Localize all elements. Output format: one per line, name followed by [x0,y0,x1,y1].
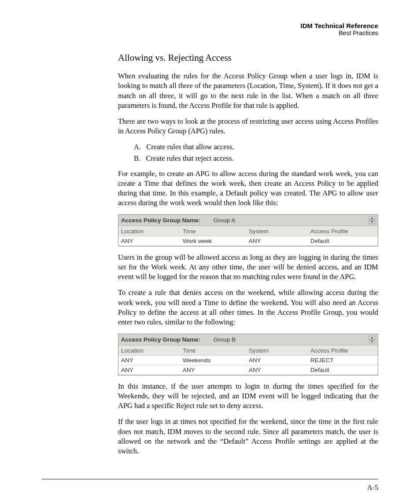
apg-title-row: Access Policy Group Name: Group A [118,215,378,226]
table-header-row: Location Time System Access Profile [118,226,378,236]
header-title: IDM Technical Reference [118,22,378,29]
col-header-time: Time [183,228,249,235]
col-header-profile: Access Profile [310,228,375,235]
cell-system: ANY [249,367,310,373]
table-row: ANY ANY ANY Default [118,365,378,375]
col-header-location: Location [121,228,183,235]
col-header-system: System [249,347,310,354]
svg-marker-1 [371,221,373,223]
body-paragraph: If the user logs in at times not specifi… [118,417,378,456]
list-item: A. Create rules that allow access. [134,143,378,151]
ordered-list: A. Create rules that allow access. B. Cr… [134,143,378,163]
header-section: Best Practices [118,29,378,37]
cell-system: ANY [249,238,310,244]
list-marker: A. [134,143,141,151]
apg-title-row: Access Policy Group Name: Group B [118,334,378,346]
apg-name-value: Group B [214,336,369,343]
reorder-buttons [369,217,375,224]
apg-name-value: Group A [214,217,369,224]
cell-system: ANY [249,357,310,364]
arrow-down-icon[interactable] [369,340,375,343]
list-text: Create rules that reject access. [146,154,234,162]
cell-time: ANY [183,367,249,373]
col-header-time: Time [183,347,249,354]
cell-profile: Default [310,238,375,244]
col-header-profile: Access Profile [310,347,375,354]
page-header: IDM Technical Reference Best Practices [118,22,378,37]
body-paragraph: In this instance, if the user attempts t… [118,382,378,411]
arrow-up-icon[interactable] [369,336,375,339]
footer-rule [42,479,378,479]
arrow-up-icon[interactable] [369,217,375,220]
body-paragraph: For example, to create an APG to allow a… [118,169,378,208]
cell-location: ANY [121,357,183,364]
cell-location: ANY [121,238,183,244]
table-row: ANY Weekends ANY REJECT [118,356,378,365]
list-text: Create rules that allow access. [146,143,234,151]
reorder-buttons [369,336,375,343]
list-item: B. Create rules that reject access. [134,154,378,163]
cell-profile: Default [310,367,375,373]
arrow-down-icon[interactable] [369,221,375,224]
apg-table-group-a: Access Policy Group Name: Group A Locati… [118,214,378,246]
svg-marker-3 [371,341,373,342]
cell-time: Weekends [183,357,249,364]
col-header-location: Location [121,347,183,354]
apg-name-label: Access Policy Group Name: [121,336,214,343]
list-marker: B. [134,154,140,162]
cell-location: ANY [121,367,183,373]
cell-time: Work week [183,238,249,244]
col-header-system: System [249,228,310,235]
body-paragraph: Users in the group will be allowed acces… [118,253,378,282]
body-paragraph: When evaluating the rules for the Access… [118,71,378,110]
svg-marker-0 [371,217,373,219]
apg-name-label: Access Policy Group Name: [121,217,214,224]
cell-profile: REJECT [310,357,375,364]
apg-table-group-b: Access Policy Group Name: Group B Locati… [118,334,378,375]
body-paragraph: To create a rule that denies access on t… [118,288,378,327]
svg-marker-2 [371,337,373,338]
section-title: Allowing vs. Rejecting Access [118,52,378,63]
page-number: A-5 [367,484,378,492]
table-header-row: Location Time System Access Profile [118,346,378,356]
body-paragraph: There are two ways to look at the proces… [118,117,378,136]
table-row: ANY Work week ANY Default [118,236,378,246]
